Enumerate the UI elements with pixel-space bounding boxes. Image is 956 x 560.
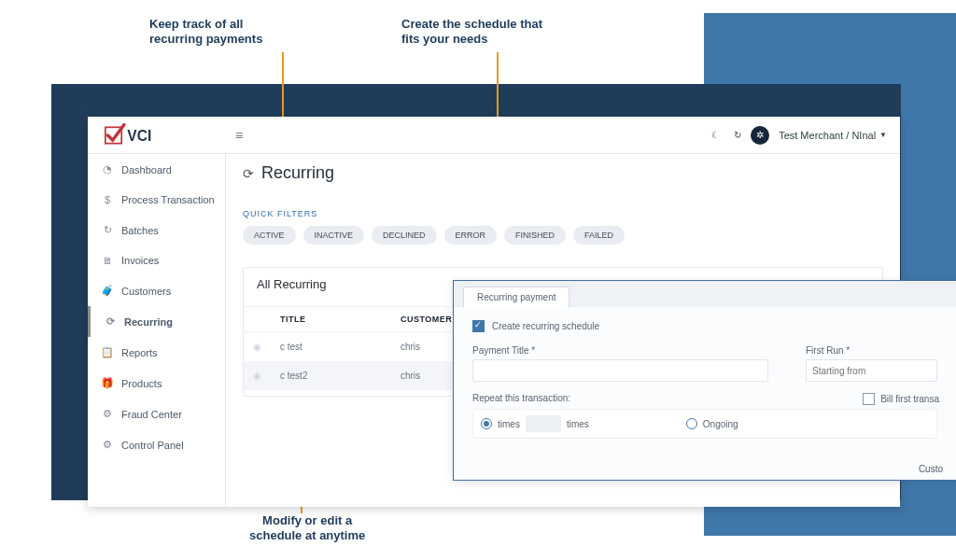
filter-failed[interactable]: FAILED — [573, 226, 625, 245]
eye-icon[interactable]: ◉ — [244, 361, 271, 390]
sidebar-item-label: Invoices — [121, 255, 159, 266]
tab-recurring-payment[interactable]: Recurring payment — [463, 287, 569, 307]
filter-active[interactable]: ACTIVE — [243, 226, 296, 245]
settings-icon[interactable]: ✲ — [751, 126, 769, 145]
sidebar-item-products[interactable]: 🎁Products — [88, 368, 225, 399]
bill-first-checkbox[interactable] — [863, 393, 875, 405]
first-run-label: First Run * — [806, 345, 937, 356]
brand: VCI — [88, 117, 226, 154]
sidebar-item-label: Batches — [121, 225, 159, 236]
sidebar-item-label: Reports — [121, 347, 158, 358]
sidebar-item-fraud-center[interactable]: ⚙Fraud Center — [88, 399, 225, 429]
col-eye — [244, 307, 271, 332]
sidebar-item-customers[interactable]: 🧳Customers — [88, 275, 225, 306]
repeat-ongoing-radio[interactable] — [686, 418, 697, 429]
quick-filters-label: QUICK FILTERS — [243, 209, 883, 218]
sidebar-item-label: Control Panel — [121, 440, 184, 451]
moon-icon[interactable]: ☾ — [706, 126, 724, 145]
sidebar-item-label: Process Transaction — [121, 194, 215, 205]
page-title-text: Recurring — [261, 163, 334, 183]
briefcase-icon: 🧳 — [101, 285, 114, 297]
payment-title-label: Payment Title * — [472, 345, 768, 356]
gear-icon: ⚙ — [101, 439, 114, 451]
filter-declined[interactable]: DECLINED — [372, 226, 437, 245]
repeat-times-word: times — [498, 419, 520, 429]
popup-tabs: Recurring payment — [454, 281, 956, 307]
sidebar-item-label: Customers — [121, 286, 171, 297]
tenant-name: Test Merchant / NInal — [779, 130, 876, 141]
repeat-times-radio[interactable] — [481, 418, 492, 429]
recurring-icon: ⟳ — [243, 166, 254, 181]
sidebar-item-invoices[interactable]: 🗎Invoices — [88, 245, 225, 275]
sidebar-item-label: Fraud Center — [121, 409, 182, 420]
sidebar-item-reports[interactable]: 📋Reports — [88, 337, 225, 368]
chevron-down-icon: ▼ — [879, 131, 887, 139]
sidebar: ◔Dashboard $Process Transaction ↻Batches… — [88, 154, 226, 507]
gift-icon: 🎁 — [101, 377, 114, 389]
dollar-icon: $ — [101, 194, 114, 205]
gear-icon: ⚙ — [101, 408, 114, 420]
sidebar-item-label: Dashboard — [121, 164, 172, 175]
repeat-times-option[interactable]: times times — [481, 415, 589, 432]
svg-text:VCI: VCI — [127, 128, 151, 144]
sidebar-item-dashboard[interactable]: ◔Dashboard — [88, 154, 225, 185]
callout-schedule: Create the schedule that fits your needs — [401, 17, 542, 48]
first-run-input[interactable] — [806, 359, 937, 382]
cell-title: c test2 — [271, 361, 391, 390]
tenant-dropdown[interactable]: Test Merchant / NInal ▼ — [779, 130, 887, 141]
sidebar-item-recurring[interactable]: ⟳Recurring — [88, 306, 225, 337]
refresh-icon[interactable]: ↻ — [728, 126, 747, 145]
filter-error[interactable]: ERROR — [444, 226, 498, 245]
filter-inactive[interactable]: INACTIVE — [303, 226, 365, 245]
create-recurring-checkbox[interactable] — [472, 320, 485, 332]
bill-first-label: Bill first transa — [880, 394, 939, 404]
cell-title: c test — [271, 332, 391, 362]
recurring-payment-popup: Recurring payment Create recurring sched… — [453, 280, 956, 481]
sidebar-collapse-icon[interactable]: ≡ — [226, 128, 252, 143]
document-icon: 🗎 — [101, 255, 114, 266]
repeat-ongoing-label: Ongoing — [703, 419, 738, 429]
clipboard-icon: 📋 — [101, 346, 114, 358]
callout-modify: Modify or edit a schedule at anytime — [249, 513, 365, 544]
repeat-times-input[interactable] — [526, 415, 561, 432]
sidebar-item-control-panel[interactable]: ⚙Control Panel — [88, 429, 225, 460]
cycle-icon: ↻ — [101, 224, 114, 236]
col-title[interactable]: TITLE — [271, 307, 391, 332]
popup-footer-text: Custo — [919, 464, 943, 474]
quick-filters: ACTIVE INACTIVE DECLINED ERROR FINISHED … — [243, 226, 883, 245]
page-title: ⟳ Recurring — [243, 163, 883, 183]
repeat-ongoing-option[interactable]: Ongoing — [686, 418, 738, 429]
recurring-icon: ⟳ — [104, 315, 117, 328]
create-recurring-label: Create recurring schedule — [492, 321, 599, 331]
sidebar-item-label: Products — [121, 378, 162, 389]
eye-icon[interactable]: ◉ — [244, 332, 271, 362]
sidebar-item-process-transaction[interactable]: $Process Transaction — [88, 185, 225, 215]
repeat-times-suffix: times — [567, 419, 589, 429]
sidebar-item-batches[interactable]: ↻Batches — [88, 215, 225, 245]
filter-finished[interactable]: FINISHED — [504, 226, 566, 245]
gauge-icon: ◔ — [101, 163, 114, 175]
topbar: VCI ≡ ☾ ↻ ✲ Test Merchant / NInal ▼ — [88, 117, 900, 154]
brand-logo-icon: VCI — [105, 123, 177, 147]
callout-track: Keep track of all recurring payments — [149, 17, 262, 48]
payment-title-input[interactable] — [472, 359, 768, 382]
sidebar-item-label: Recurring — [124, 316, 173, 328]
